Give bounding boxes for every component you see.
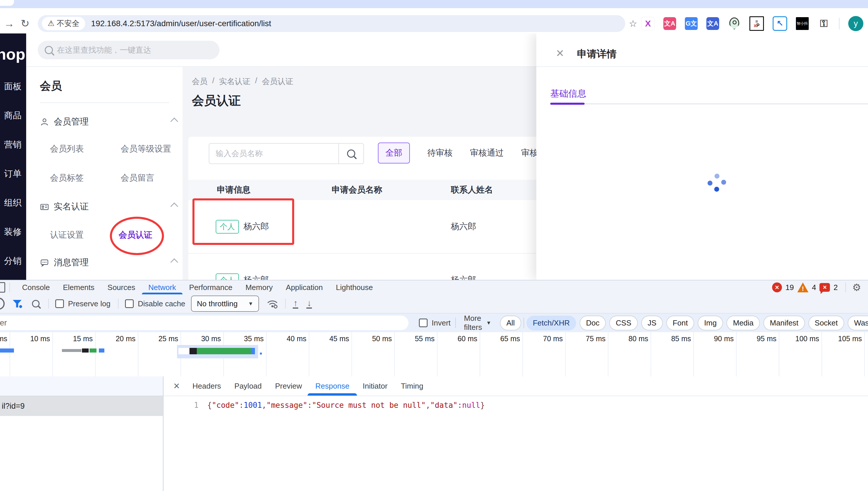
issues-count[interactable]: 2 [833, 283, 837, 292]
tab-lighthouse[interactable]: Lighthouse [336, 281, 373, 294]
tab-network[interactable]: Network [148, 281, 176, 294]
filter-type-fetch-xhr[interactable]: Fetch/XHR [526, 316, 576, 330]
search-button[interactable] [338, 144, 363, 164]
tab-payload[interactable]: Payload [234, 376, 261, 396]
filter-pending[interactable]: 待审核 [427, 147, 453, 159]
errors-count[interactable]: 19 [785, 283, 794, 292]
translate-pink-extension-icon[interactable]: 文A [663, 17, 676, 30]
google-translate-extension-icon[interactable]: G文 [685, 17, 698, 30]
filter-all[interactable]: 全部 [378, 143, 410, 164]
chevron-up-icon[interactable] [170, 117, 178, 125]
zhixiaodou-extension-icon[interactable]: 智小抖 [796, 17, 809, 30]
sidebar-item-distribution[interactable]: 分销 [0, 255, 26, 267]
tab-application[interactable]: Application [286, 281, 323, 294]
tab-response[interactable]: Response [315, 376, 349, 396]
network-search-icon[interactable] [32, 300, 39, 308]
warnings-count[interactable]: 4 [812, 283, 816, 292]
menu-item-auth-settings[interactable]: 认证设置 [50, 229, 84, 241]
extensions-puzzle-icon[interactable]: ⚿ [817, 17, 830, 30]
invert-checkbox[interactable] [419, 319, 428, 327]
global-search-input[interactable]: 在这里查找功能，一键直达 [38, 41, 219, 59]
more-filters-label[interactable]: More filters [464, 314, 482, 332]
network-conditions-icon[interactable] [266, 299, 279, 309]
x-extension-icon[interactable]: X [641, 17, 655, 30]
network-timeline[interactable]: ms10 ms15 ms20 ms25 ms30 ms35 ms40 ms45 … [0, 332, 868, 377]
sidebar-item-marketing[interactable]: 营销 [0, 139, 26, 151]
filter-type-js[interactable]: JS [641, 316, 663, 330]
bookmark-star-icon[interactable]: ☆ [629, 18, 637, 29]
reload-button[interactable]: ↻ [19, 18, 31, 30]
settings-gear-icon[interactable]: ⚙ [852, 282, 861, 293]
device-toolbar-icon[interactable] [0, 282, 5, 293]
menu-group-real-name-auth[interactable]: 实名认证 [40, 201, 89, 213]
sidebar-item-decoration[interactable]: 装修 [0, 226, 26, 238]
network-filter-input[interactable]: ter [0, 316, 408, 330]
filter-type-manifest[interactable]: Manifest [763, 316, 805, 330]
selected-request-row[interactable]: il?id=9 [0, 396, 163, 416]
tab-headers[interactable]: Headers [192, 376, 221, 396]
drawer-close-icon[interactable]: × [556, 46, 564, 60]
issues-icon[interactable]: × [819, 283, 830, 292]
disable-cache-label[interactable]: Disable cache [138, 299, 185, 308]
sidebar-item-orders[interactable]: 订单 [0, 168, 26, 180]
filter-rejected[interactable]: 审核 [521, 147, 538, 159]
tab-memory[interactable]: Memory [245, 281, 273, 294]
menu-group-message-management[interactable]: 消息管理 [40, 257, 89, 268]
member-name-search[interactable]: 输入会员名称 [209, 143, 364, 164]
throttling-dropdown[interactable]: No throttling ▼ [191, 295, 259, 312]
record-button[interactable] [0, 297, 5, 310]
table-row[interactable]: 个人 杨六郎 杨六郎 [188, 200, 552, 254]
cursor-extension-icon[interactable]: ↖ [773, 16, 787, 31]
menu-group-member-management[interactable]: 会员管理 [40, 116, 89, 128]
network-waterfall-bar-selected[interactable] [179, 348, 255, 354]
profile-avatar[interactable]: y [848, 16, 863, 31]
breadcrumb-item[interactable]: 会员认证 [262, 76, 293, 87]
filter-type-img[interactable]: Img [698, 316, 723, 330]
filter-type-wasm[interactable]: Wasm [848, 316, 868, 330]
drawer-tab-basic-info[interactable]: 基础信息 [550, 88, 586, 100]
export-har-icon[interactable]: ↓ [306, 299, 312, 309]
warnings-icon[interactable]: ! [797, 283, 808, 292]
chevron-up-icon[interactable] [170, 258, 178, 266]
security-chip[interactable]: ⚠ 不安全 [42, 17, 85, 30]
filter-approved[interactable]: 审核通过 [470, 147, 504, 159]
menu-item-member-certification[interactable]: 会员认证 [119, 229, 152, 241]
breadcrumb-item[interactable]: 实名认证 [219, 76, 251, 87]
preserve-log-checkbox[interactable] [55, 299, 64, 308]
tab-sources[interactable]: Sources [107, 281, 135, 294]
sidebar-item-products[interactable]: 商品 [0, 110, 26, 122]
filter-type-css[interactable]: CSS [609, 316, 638, 330]
menu-item-member-messages[interactable]: 会员留言 [121, 172, 154, 184]
filter-type-media[interactable]: Media [726, 316, 760, 330]
location-pin-extension-icon[interactable] [728, 17, 741, 30]
response-body-panel[interactable]: 1 {"code":1001,"message":"Source must no… [164, 396, 868, 491]
detail-close-icon[interactable]: × [174, 380, 180, 392]
filter-type-font[interactable]: Font [666, 316, 694, 330]
filter-type-socket[interactable]: Socket [808, 316, 844, 330]
menu-item-member-list[interactable]: 会员列表 [50, 143, 84, 155]
chevron-up-icon[interactable] [170, 202, 178, 210]
invert-label[interactable]: Invert [432, 319, 451, 327]
tab-performance[interactable]: Performance [189, 281, 232, 294]
sidebar-item-dashboard[interactable]: 面板 [0, 81, 26, 92]
errors-icon[interactable]: × [772, 283, 782, 292]
tab-preview[interactable]: Preview [275, 376, 302, 396]
menu-item-member-level[interactable]: 会员等级设置 [121, 143, 171, 155]
preserve-log-label[interactable]: Preserve log [68, 299, 111, 308]
disable-cache-checkbox[interactable] [125, 299, 134, 308]
tab-timing[interactable]: Timing [401, 376, 423, 396]
filter-type-all[interactable]: All [500, 316, 521, 330]
xp-document-extension-icon[interactable]: ≡xP [749, 16, 764, 31]
tab-console[interactable]: Console [22, 281, 50, 294]
translate-blue-extension-icon[interactable]: 文A [706, 17, 719, 30]
tab-initiator[interactable]: Initiator [363, 376, 388, 396]
address-bar[interactable]: ⚠ 不安全 192.168.4.2:5173/admin/user/user-c… [38, 15, 625, 32]
menu-item-member-tags[interactable]: 会员标签 [50, 172, 84, 184]
breadcrumb-item[interactable]: 会员 [192, 76, 208, 87]
filter-type-doc[interactable]: Doc [580, 316, 606, 330]
forward-button[interactable]: → [3, 18, 16, 30]
import-har-icon[interactable]: ↑ [293, 299, 298, 309]
tab-elements[interactable]: Elements [63, 281, 94, 294]
sidebar-item-organization[interactable]: 组织 [0, 197, 26, 209]
table-row[interactable]: 个人 杨六郎 杨六郎 [188, 254, 552, 280]
